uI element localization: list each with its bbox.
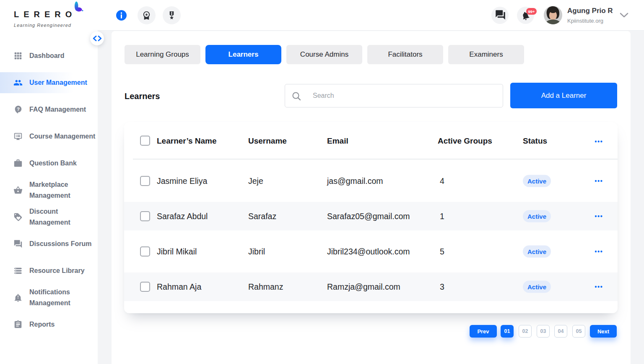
svg-text:?: ? [17, 107, 20, 112]
